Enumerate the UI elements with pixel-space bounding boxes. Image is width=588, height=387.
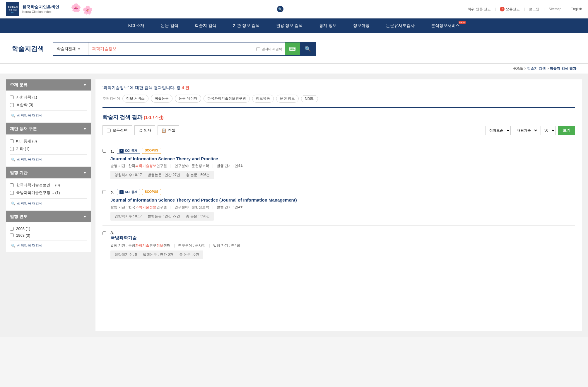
excel-icon: 📋 (161, 128, 166, 133)
filter-publisher-title: 발행 기관 (10, 170, 28, 175)
nav-info-plaza[interactable]: 정보마당 (345, 18, 378, 33)
reselect-publisher-btn[interactable]: 🔍 선택항목 재검색 (10, 198, 87, 207)
result-checkbox-2[interactable] (102, 189, 106, 221)
nav-citation-search[interactable]: 인용 정보 검색 (268, 18, 311, 33)
result-title-3[interactable]: 국방과학기술 (110, 235, 575, 241)
error-report-link[interactable]: ! 오류신고 (500, 7, 520, 12)
logo-area: 한국학술지 인용색인 KCI 한국학술지인용색인 Korea Citation … (6, 2, 93, 16)
filter-checkbox-defense[interactable] (10, 191, 14, 195)
breadcrumb-home[interactable]: HOME (513, 67, 523, 71)
breadcrumb: HOME > 학술지 검색 > 학술지 검색 결과 (0, 64, 588, 74)
result-num-1: 1. (110, 149, 114, 154)
result-item-2: 2. K KCI 등재 SCOPUS Journal of Informatio… (102, 184, 575, 226)
filter-foundation-title: 재단 등재 구분 (10, 126, 37, 132)
tag-paper-data[interactable]: 논문 데이터 (175, 95, 201, 103)
reselect-foundation-btn[interactable]: 🔍 선택항목 재검색 (10, 154, 87, 163)
result-header-2: 2. K KCI 등재 SCOPUS (110, 189, 575, 197)
reselect-subject-btn[interactable]: 🔍 선택항목 재검색 (10, 110, 87, 119)
tag-ndsl[interactable]: NDSL (301, 95, 318, 102)
search-input[interactable] (88, 44, 254, 54)
english-link[interactable]: English (571, 7, 582, 11)
select-all-button[interactable]: 모두선택 (102, 125, 132, 135)
nav-paper-search[interactable]: 논문 검색 (153, 18, 187, 33)
filter-year-title: 발행 연도 (10, 214, 28, 219)
badge-scopus-2: SCOPUS (142, 189, 161, 195)
filter-item-kisti[interactable]: 한국과학기술정보연… (3) (10, 181, 87, 189)
tag-literature-info[interactable]: 문헌 정보 (276, 95, 299, 103)
filter-item-complex[interactable]: 복합학 (3) (10, 101, 87, 109)
print-button[interactable]: 🖨 인쇄 (134, 125, 155, 135)
result-title-2[interactable]: Journal of Information Science Theory an… (110, 197, 575, 202)
result-badges-1: K KCI 등재 SCOPUS (117, 148, 161, 154)
recommend-label: 추천검색어 (102, 96, 120, 101)
tag-kisti[interactable]: 한국과학기술정보연구원 (204, 95, 250, 103)
view-button[interactable]: 보기 (558, 126, 575, 135)
filter-year-header[interactable]: 발행 연도 ▼ (6, 211, 91, 222)
select-all-checkbox[interactable] (107, 129, 111, 132)
filter-foundation: 재단 등재 구분 ▼ KCI 등재 (3) 기타 (1) 🔍 선택항목 재검색 (6, 123, 91, 166)
filter-checkbox-1963[interactable] (10, 233, 14, 237)
nav-journal-search[interactable]: 학술지 검색 (187, 18, 225, 33)
refine-checkbox[interactable] (257, 47, 260, 51)
filter-subject: 주제 분류 ▼ 사회과학 (1) 복합학 (3) 🔍 선택항목 재검색 (6, 79, 91, 122)
breadcrumb-sep2: > (547, 67, 550, 71)
result-title-1[interactable]: Journal of Information Science Theory an… (110, 156, 575, 161)
filter-item-other[interactable]: 기타 (1) (10, 145, 87, 153)
result-checkbox-1[interactable] (102, 148, 106, 179)
reselect-icon-3: 🔍 (11, 202, 16, 206)
item-checkbox-1[interactable] (102, 149, 106, 153)
filter-checkbox-kci[interactable] (10, 139, 14, 143)
search-submit-button[interactable]: 🔍 (300, 42, 316, 55)
result-num-2: 2. (110, 190, 114, 195)
keyboard-button[interactable]: ⌨ (285, 42, 300, 55)
nav-institution-search[interactable]: 기관 정보 검색 (225, 18, 268, 33)
reselect-year-btn[interactable]: 🔍 선택항목 재검색 (10, 241, 87, 249)
tag-info-distribution[interactable]: 정보유통 (252, 95, 274, 103)
filter-checkbox-complex[interactable] (10, 103, 14, 107)
filter-subject-header[interactable]: 주제 분류 ▼ (6, 79, 91, 91)
filter-publisher: 발행 기관 ▼ 한국과학기술정보연… (3) 국방과학기술연구정… (1) 🔍 … (6, 167, 91, 210)
result-stats-2: 영향력지수 : 0.17 발행논문 : 연간 27건 총 논문 : 596건 (110, 212, 214, 221)
order-select[interactable]: 내림차순 오름차순 (513, 126, 538, 135)
item-checkbox-2[interactable] (102, 190, 106, 194)
result-count-highlight: 4 건 (182, 85, 189, 90)
fake-report-link[interactable]: 허위 인용 신고 (468, 7, 491, 12)
toolbar: 모두선택 🖨 인쇄 📋 엑셀 정확도순 최신순 가나다순 내림차 (102, 125, 575, 138)
reselect-icon-2: 🔍 (11, 158, 16, 162)
print-icon: 🖨 (138, 128, 142, 133)
sitemap-link[interactable]: Sitemap (548, 7, 561, 11)
result-checkbox-3[interactable] (102, 230, 106, 259)
breadcrumb-sep1: > (524, 67, 527, 71)
breadcrumb-journal[interactable]: 학술지 검색 (527, 67, 546, 71)
filter-checkbox-social[interactable] (10, 96, 14, 99)
filter-item-kci[interactable]: KCI 등재 (3) (10, 137, 87, 145)
filter-item-social[interactable]: 사회과학 (1) (10, 93, 87, 101)
result-num-3: 3. (110, 230, 114, 235)
item-checkbox-3[interactable] (102, 231, 106, 235)
filter-item-defense[interactable]: 국방과학기술연구정… (1) (10, 189, 87, 197)
login-link[interactable]: 로그인 (529, 7, 539, 12)
nav-stats[interactable]: 통계 정보 (311, 18, 345, 33)
tag-info-service[interactable]: 정보 서비스 (122, 95, 148, 103)
filter-checkbox-other[interactable] (10, 147, 14, 151)
filter-subject-arrow: ▼ (83, 83, 87, 87)
result-meta-1: 발행 기관 : 한국과학기술정보연구원 | 연구분야 : 문헌정보학 | 발행 … (110, 163, 575, 168)
nav-similarity[interactable]: 논문유사도검사 (378, 18, 423, 33)
filter-item-1963[interactable]: 1963 (3) (10, 232, 87, 239)
tag-academic-paper[interactable]: 학술논문 (151, 95, 172, 103)
filter-checkbox-2008[interactable] (10, 227, 14, 231)
filter-publisher-header[interactable]: 발행 기관 ▼ (6, 167, 91, 178)
filter-item-2008[interactable]: 2008 (1) (10, 225, 87, 232)
filter-foundation-header[interactable]: 재단 등재 구분 ▼ (6, 123, 91, 134)
filter-checkbox-kisti[interactable] (10, 183, 14, 187)
nav-kci-intro[interactable]: KCI 소개 (120, 18, 153, 33)
top-search-icon[interactable]: 🔍 (277, 6, 283, 12)
per-page-select[interactable]: 50 30 20 10 (541, 126, 556, 135)
nav-analysis[interactable]: 분석정보서비스 (423, 18, 468, 33)
search-category-dropdown[interactable]: 학술지전체 ▼ (53, 42, 88, 55)
sort-select[interactable]: 정확도순 최신순 가나다순 (486, 126, 511, 135)
result-stats-1: 영향력지수 : 0.17 발행논문 : 연간 27건 총 논문 : 596건 (110, 171, 214, 179)
nav-bar: KCI 소개 논문 검색 학술지 검색 기관 정보 검색 인용 정보 검색 통계… (0, 18, 588, 33)
excel-button[interactable]: 📋 엑셀 (158, 125, 179, 135)
reselect-icon: 🔍 (11, 114, 16, 118)
